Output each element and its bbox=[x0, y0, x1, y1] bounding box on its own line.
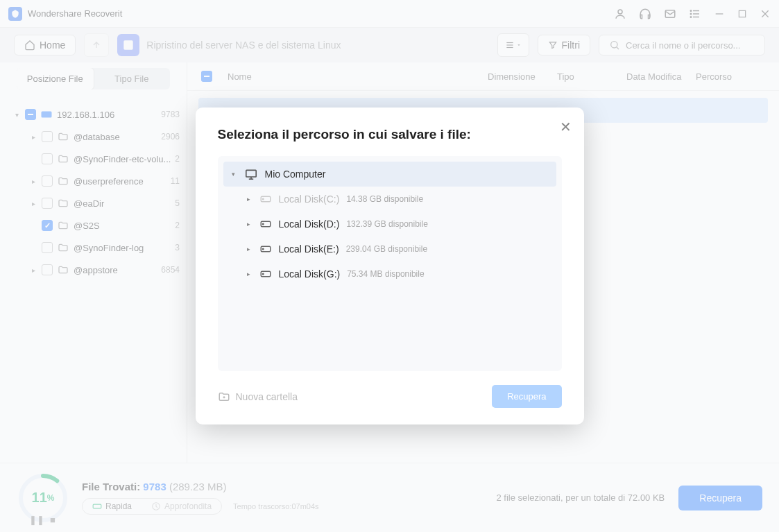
drive-computer[interactable]: ▾ Mio Computer bbox=[223, 162, 556, 187]
svg-point-31 bbox=[262, 248, 264, 250]
new-folder-label: Nuova cartella bbox=[236, 391, 298, 402]
caret-icon[interactable]: ▾ bbox=[232, 171, 239, 178]
modal-footer: Nuova cartella Recupera bbox=[218, 385, 562, 408]
svg-rect-23 bbox=[246, 170, 255, 177]
drive-available: 75.34 MB disponibile bbox=[347, 269, 424, 279]
drive-name: Local Disk(E:) bbox=[279, 243, 339, 255]
new-folder-button[interactable]: Nuova cartella bbox=[218, 391, 298, 402]
drive-item[interactable]: ▸Local Disk(D:)132.39 GB disponibile bbox=[223, 212, 556, 237]
drive-list: ▾ Mio Computer ▸Local Disk(C:)14.38 GB d… bbox=[218, 156, 562, 371]
folder-plus-icon bbox=[218, 391, 230, 402]
caret-icon[interactable]: ▸ bbox=[247, 221, 254, 228]
caret-icon[interactable]: ▸ bbox=[247, 196, 254, 203]
close-icon[interactable]: ✕ bbox=[560, 119, 572, 135]
drive-available: 14.38 GB disponibile bbox=[346, 194, 423, 204]
drive-name: Local Disk(G:) bbox=[279, 268, 341, 280]
modal-recover-button[interactable]: Recupera bbox=[492, 385, 561, 408]
drive-item[interactable]: ▸Local Disk(G:)75.34 MB disponibile bbox=[223, 261, 556, 286]
disk-icon bbox=[259, 194, 272, 204]
drive-name: Local Disk(C:) bbox=[279, 194, 340, 205]
caret-icon[interactable]: ▸ bbox=[247, 271, 254, 277]
svg-point-33 bbox=[262, 273, 264, 275]
modal-overlay: ✕ Seleziona il percorso in cui salvare i… bbox=[0, 0, 779, 532]
modal-title: Seleziona il percorso in cui salvare i f… bbox=[218, 127, 562, 142]
disk-icon bbox=[259, 269, 272, 279]
computer-label: Mio Computer bbox=[265, 169, 326, 180]
drive-name: Local Disk(D:) bbox=[279, 218, 340, 230]
drive-available: 239.04 GB disponibile bbox=[346, 244, 427, 254]
save-location-modal: ✕ Seleziona il percorso in cui salvare i… bbox=[196, 108, 584, 424]
drive-item[interactable]: ▸Local Disk(C:)14.38 GB disponibile bbox=[223, 187, 556, 212]
caret-icon[interactable]: ▸ bbox=[247, 246, 254, 252]
drive-item[interactable]: ▸Local Disk(E:)239.04 GB disponibile bbox=[223, 237, 556, 261]
computer-icon bbox=[244, 169, 258, 180]
drive-available: 132.39 GB disponibile bbox=[346, 219, 427, 229]
disk-icon bbox=[259, 219, 272, 229]
disk-icon bbox=[259, 244, 272, 254]
svg-point-29 bbox=[262, 223, 264, 225]
svg-point-27 bbox=[262, 198, 264, 200]
